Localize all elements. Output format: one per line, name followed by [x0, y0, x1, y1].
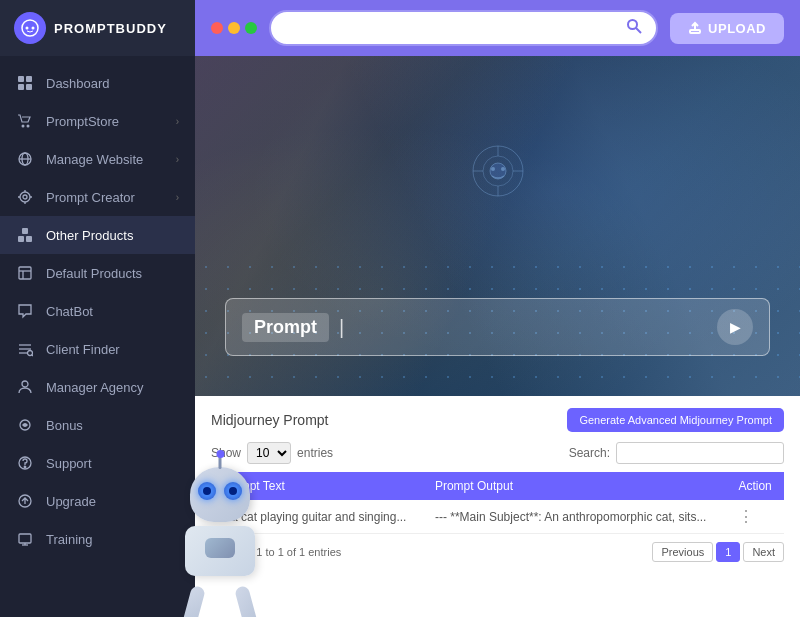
- svg-point-29: [22, 381, 28, 387]
- topbar: UPLOAD: [195, 0, 800, 56]
- table-body: ...a cat playing guitar and singing... -…: [211, 500, 784, 534]
- hero-section: Prompt | ▶: [195, 56, 800, 396]
- svg-point-0: [22, 20, 38, 36]
- svg-rect-39: [690, 30, 700, 33]
- sidebar-item-manager-agency-label: Manager Agency: [46, 380, 179, 395]
- svg-line-38: [636, 28, 641, 33]
- sidebar-item-support-label: Support: [46, 456, 179, 471]
- sidebar-item-training-label: Training: [46, 532, 179, 547]
- search-input[interactable]: [285, 20, 618, 36]
- prompt-creator-arrow: ›: [176, 192, 179, 203]
- svg-rect-4: [26, 76, 32, 82]
- svg-rect-19: [26, 236, 32, 242]
- logo-icon: [14, 12, 46, 44]
- sidebar-item-default-products[interactable]: Default Products: [0, 254, 195, 292]
- traffic-dot-green: [245, 22, 257, 34]
- sidebar-item-upgrade[interactable]: Upgrade: [0, 482, 195, 520]
- sidebar-item-manage-website[interactable]: Manage Website ›: [0, 140, 195, 178]
- sidebar-item-dashboard[interactable]: Dashboard: [0, 64, 195, 102]
- upload-label: UPLOAD: [708, 21, 766, 36]
- prompt-label: Prompt: [242, 313, 329, 342]
- svg-rect-3: [18, 76, 24, 82]
- training-icon: [16, 530, 34, 548]
- sidebar-item-promptstore[interactable]: PromptStore ›: [0, 102, 195, 140]
- prompt-play-button[interactable]: ▶: [717, 309, 753, 345]
- sidebar-item-client-finder-label: Client Finder: [46, 342, 179, 357]
- showing-text: Showing 1 to 1 of 1 entries: [211, 546, 341, 558]
- svg-point-12: [20, 192, 30, 202]
- other-products-icon: [16, 226, 34, 244]
- cell-prompt-output: --- **Main Subject**: An anthropomorphic…: [425, 500, 728, 534]
- manage-website-arrow: ›: [176, 154, 179, 165]
- client-finder-icon: [16, 340, 34, 358]
- traffic-dot-red: [211, 22, 223, 34]
- next-page-button[interactable]: Next: [743, 542, 784, 562]
- current-page-button[interactable]: 1: [716, 542, 740, 562]
- table-controls: Show 10 25 50 entries Search:: [211, 442, 784, 464]
- manager-agency-icon: [16, 378, 34, 396]
- col-prompt-output: Prompt Output: [425, 472, 728, 500]
- traffic-dot-yellow: [228, 22, 240, 34]
- sidebar-item-support[interactable]: Support: [0, 444, 195, 482]
- sidebar-item-prompt-creator[interactable]: Prompt Creator ›: [0, 178, 195, 216]
- sidebar-item-other-products-label: Other Products: [46, 228, 179, 243]
- table-header: Prompt Text Prompt Output Action: [211, 472, 784, 500]
- prompt-bar[interactable]: Prompt | ▶: [225, 298, 770, 356]
- sidebar-item-client-finder[interactable]: Client Finder: [0, 330, 195, 368]
- svg-point-48: [501, 167, 505, 171]
- support-icon: [16, 454, 34, 472]
- generate-button[interactable]: Generate Advanced Midjourney Prompt: [567, 408, 784, 432]
- sidebar-item-default-products-label: Default Products: [46, 266, 179, 281]
- svg-point-47: [491, 167, 495, 171]
- cell-action: ⋮: [728, 500, 784, 534]
- sidebar-item-training[interactable]: Training: [0, 520, 195, 558]
- traffic-lights: [211, 22, 257, 34]
- show-entries-control: Show 10 25 50 entries: [211, 442, 333, 464]
- svg-point-27: [28, 351, 33, 356]
- prompt-creator-icon: [16, 188, 34, 206]
- manage-website-icon: [16, 150, 34, 168]
- col-prompt-text: Prompt Text: [211, 472, 425, 500]
- sidebar-item-bonus[interactable]: Bonus: [0, 406, 195, 444]
- svg-point-13: [23, 195, 27, 199]
- table-row: ...a cat playing guitar and singing... -…: [211, 500, 784, 534]
- action-menu-button[interactable]: ⋮: [738, 508, 754, 525]
- sidebar-nav: Dashboard PromptStore › Manage Website ›…: [0, 56, 195, 617]
- sidebar-logo[interactable]: PROMPTBUDDY: [0, 0, 195, 56]
- svg-rect-21: [19, 267, 31, 279]
- show-label: Show: [211, 446, 241, 460]
- svg-point-2: [32, 27, 35, 30]
- col-action: Action: [728, 472, 784, 500]
- entries-label: entries: [297, 446, 333, 460]
- svg-point-8: [27, 125, 30, 128]
- sidebar-item-dashboard-label: Dashboard: [46, 76, 179, 91]
- table-search-label: Search:: [569, 446, 610, 460]
- sidebar-item-other-products[interactable]: Other Products: [0, 216, 195, 254]
- svg-point-37: [628, 20, 637, 29]
- search-icon: [626, 18, 642, 38]
- table-search: Search:: [569, 442, 784, 464]
- svg-rect-18: [18, 236, 24, 242]
- upload-button[interactable]: UPLOAD: [670, 13, 784, 44]
- chatbot-icon: [16, 302, 34, 320]
- sidebar-item-chatbot[interactable]: ChatBot: [0, 292, 195, 330]
- bottom-header: Midjourney Prompt Generate Advanced Midj…: [211, 408, 784, 432]
- sidebar-item-bonus-label: Bonus: [46, 418, 179, 433]
- sidebar-item-manage-website-label: Manage Website: [46, 152, 164, 167]
- midjourney-title: Midjourney Prompt: [211, 412, 329, 428]
- svg-line-28: [32, 355, 33, 356]
- entries-select[interactable]: 10 25 50: [247, 442, 291, 464]
- svg-point-7: [22, 125, 25, 128]
- search-bar[interactable]: [269, 10, 658, 46]
- table-search-input[interactable]: [616, 442, 784, 464]
- upgrade-icon: [16, 492, 34, 510]
- sidebar-item-manager-agency[interactable]: Manager Agency: [0, 368, 195, 406]
- sidebar: PROMPTBUDDY Dashboard PromptStore › Mana…: [0, 0, 195, 617]
- prev-page-button[interactable]: Previous: [652, 542, 713, 562]
- data-table: Prompt Text Prompt Output Action ...a ca…: [211, 472, 784, 534]
- logo-text: PROMPTBUDDY: [54, 21, 167, 36]
- prompt-cursor: |: [339, 316, 344, 339]
- bottom-section: Midjourney Prompt Generate Advanced Midj…: [195, 396, 800, 617]
- svg-rect-20: [22, 228, 28, 234]
- upload-icon: [688, 21, 702, 35]
